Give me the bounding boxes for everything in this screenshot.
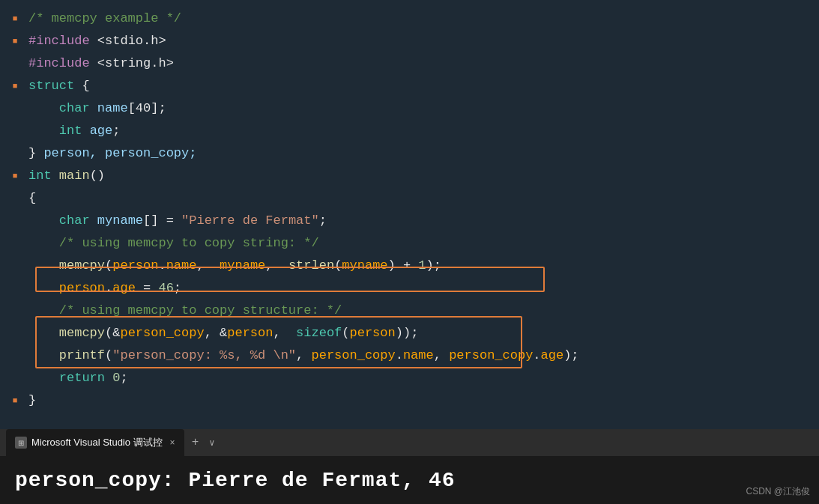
- code-token: myname: [97, 213, 143, 228]
- terminal-bar: ⊞ Microsoft Visual Studio 调试控 × + ∨ pers…: [0, 429, 819, 504]
- code-token: int: [28, 124, 90, 138]
- terminal-tabs: ⊞ Microsoft Visual Studio 调试控 × + ∨: [0, 429, 819, 456]
- code-token: .: [105, 281, 112, 295]
- code-token: int: [28, 168, 59, 183]
- line-gutter: ■: [7, 165, 22, 187]
- terminal-tab-icon: ⊞: [15, 437, 27, 449]
- code-token: person_copy: [311, 348, 395, 362]
- terminal-tab[interactable]: ⊞ Microsoft Visual Studio 调试控 ×: [6, 429, 184, 456]
- code-token: name: [97, 101, 128, 115]
- code-token: (): [90, 168, 105, 183]
- code-token: sizeof: [296, 326, 342, 340]
- code-token: "Pierre de Fermat": [181, 213, 319, 228]
- code-line: person.age = 46;: [0, 277, 819, 300]
- line-content: #include <stdio.h>: [28, 30, 812, 52]
- code-token: /* using memcpy to copy string: */: [28, 236, 319, 250]
- code-line: memcpy(&person_copy, &person, sizeof(per…: [0, 322, 819, 344]
- code-token: ,: [434, 348, 449, 362]
- line-content: memcpy(person.name, myname, strlen(mynam…: [28, 255, 812, 277]
- code-token: person_copy: [120, 326, 204, 340]
- code-token: ) +: [388, 258, 419, 273]
- terminal-add-button[interactable]: +: [187, 436, 204, 449]
- code-token: (: [105, 348, 112, 362]
- vs-icon: ⊞: [18, 439, 24, 447]
- code-token: .: [158, 258, 166, 273]
- code-token: age: [90, 124, 113, 138]
- code-token: 46: [158, 281, 173, 295]
- code-token: ;: [120, 371, 127, 385]
- code-token: .: [533, 348, 540, 362]
- line-content: #include <string.h>: [28, 52, 812, 75]
- code-line: char name[40];: [0, 97, 819, 120]
- code-line: memcpy(person.name, myname, strlen(mynam…: [0, 255, 819, 277]
- code-line: /* using memcpy to copy string: */: [0, 232, 819, 255]
- code-token: person, person_copy;: [43, 146, 196, 160]
- code-token: (: [342, 326, 349, 340]
- code-token: myname: [342, 258, 387, 273]
- code-token: #include: [28, 56, 97, 70]
- code-token: , &: [205, 326, 228, 340]
- code-token: {: [74, 79, 89, 93]
- code-token: /* using memcpy to copy structure: */: [28, 303, 342, 318]
- code-token: char: [28, 213, 97, 228]
- code-token: memcpy: [28, 326, 105, 340]
- code-token: ,: [296, 348, 311, 362]
- line-gutter: ■: [7, 7, 22, 30]
- code-token: ;: [174, 281, 181, 295]
- code-line: ■#include <stdio.h>: [0, 30, 819, 52]
- code-token: age: [112, 281, 136, 295]
- code-token: [] =: [143, 213, 181, 228]
- code-token: person: [112, 258, 158, 273]
- code-token: ;: [112, 124, 120, 138]
- terminal-output: person_copy: Pierre de Fermat, 46: [0, 456, 819, 504]
- code-token: strlen: [288, 258, 334, 273]
- code-token: ;: [319, 213, 327, 228]
- line-content: person.age = 46;: [28, 277, 812, 300]
- code-token: name: [166, 258, 197, 273]
- code-token: age: [541, 348, 564, 362]
- line-content: int main(): [28, 165, 812, 187]
- terminal-tab-close[interactable]: ×: [170, 437, 175, 448]
- line-gutter: ■: [7, 389, 22, 412]
- code-line: ■/* memcpy example */: [0, 7, 819, 30]
- code-token: char: [28, 101, 97, 115]
- code-token: );: [426, 258, 441, 273]
- line-content: }: [28, 389, 812, 412]
- code-token: 0: [112, 371, 120, 385]
- code-line: #include <string.h>: [0, 52, 819, 75]
- code-line: ■struct {: [0, 75, 819, 97]
- code-token: "person_copy: %s, %d \n": [112, 348, 296, 362]
- line-content: /* using memcpy to copy structure: */: [28, 300, 812, 322]
- code-line: int age;: [0, 120, 819, 142]
- line-content: printf("person_copy: %s, %d \n", person_…: [28, 344, 812, 367]
- code-token: <stdio.h>: [97, 34, 166, 48]
- code-token: ));: [396, 326, 419, 340]
- code-token: main: [59, 168, 90, 183]
- line-content: int age;: [28, 120, 812, 142]
- code-token: myname: [220, 258, 265, 273]
- code-token: ,: [265, 258, 288, 273]
- code-token: memcpy: [28, 258, 105, 273]
- code-token: {: [28, 191, 36, 205]
- line-gutter: ■: [7, 75, 22, 97]
- code-token: (: [334, 258, 342, 273]
- code-token: 1: [418, 258, 426, 273]
- line-content: {: [28, 187, 812, 210]
- line-content: /* memcpy example */: [28, 7, 812, 30]
- line-content: char name[40];: [28, 97, 812, 120]
- code-token: #include: [28, 34, 97, 48]
- code-token: ,: [196, 258, 220, 273]
- code-token: name: [403, 348, 434, 362]
- code-token: /* memcpy example */: [28, 11, 181, 25]
- line-content: struct {: [28, 75, 812, 97]
- code-token: );: [563, 348, 578, 362]
- code-token: printf: [28, 348, 105, 362]
- terminal-dropdown-button[interactable]: ∨: [206, 437, 217, 449]
- code-token: (: [105, 258, 112, 273]
- code-line: } person, person_copy;: [0, 142, 819, 165]
- line-gutter: ■: [7, 30, 22, 52]
- code-token: person: [227, 326, 273, 340]
- terminal-tab-label: Microsoft Visual Studio 调试控: [31, 436, 163, 449]
- code-line: /* using memcpy to copy structure: */: [0, 300, 819, 322]
- line-content: /* using memcpy to copy string: */: [28, 232, 812, 255]
